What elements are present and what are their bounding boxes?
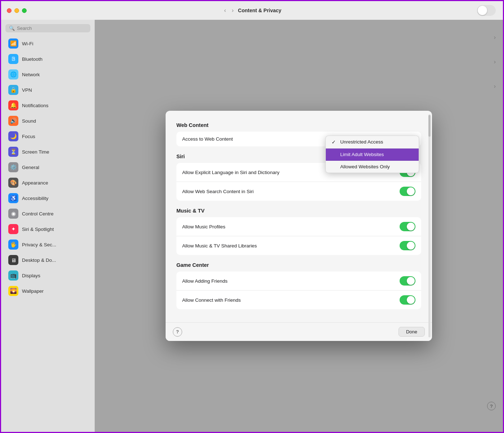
sidebar-item-label-screentime: Screen Time: [22, 149, 49, 155]
dropdown-item-unrestricted[interactable]: ✓ Unrestricted Access: [326, 136, 419, 149]
dropdown-item-limit-adult[interactable]: Limit Adult Websites: [326, 149, 419, 161]
scrollbar-track: [428, 114, 431, 337]
web-search-siri-row: Allow Web Search Content in Siri: [176, 182, 421, 201]
sidebar: 🔍 📶 Wi-Fi 𝔹 Bluetooth 🌐 Network 🔒 VPN 🔔: [1, 20, 95, 432]
search-bar[interactable]: 🔍: [5, 24, 90, 32]
music-tv-group: Allow Music Profiles Allow Music & TV Sh…: [176, 217, 421, 255]
notifications-icon: 🔔: [8, 100, 18, 110]
toggle-thumb: [478, 6, 487, 15]
bluetooth-icon: 𝔹: [8, 54, 18, 64]
modal-footer: ? Done: [166, 322, 432, 341]
sidebar-item-label-accessibility: Accessibility: [22, 196, 49, 201]
connect-friends-label: Allow Connect with Friends: [182, 297, 241, 303]
network-icon: 🌐: [8, 69, 18, 79]
dropdown-popup: ✓ Unrestricted Access Limit Adult Websit…: [325, 136, 419, 173]
accessibility-icon: ♿: [8, 193, 18, 203]
shared-libraries-toggle[interactable]: [400, 241, 415, 250]
sound-icon: 🔊: [8, 116, 18, 126]
game-center-group: Allow Adding Friends Allow Connect with …: [176, 272, 421, 309]
titlebar: ‹ › Content & Privacy: [1, 1, 503, 20]
search-input[interactable]: [17, 26, 87, 31]
sidebar-item-label-general: General: [22, 165, 39, 170]
sidebar-item-label-controlcenter: Control Centre: [22, 211, 54, 216]
search-icon: 🔍: [9, 26, 15, 31]
sidebar-item-label-privacy: Privacy & Sec...: [22, 242, 56, 247]
general-icon: ⚙️: [8, 162, 18, 172]
sidebar-item-label-desktop: Desktop & Do...: [22, 257, 56, 263]
sidebar-item-vpn[interactable]: 🔒 VPN: [3, 82, 93, 97]
sidebar-item-accessibility[interactable]: ♿ Accessibility: [3, 191, 93, 206]
sidebar-item-controlcenter[interactable]: ◉ Control Centre: [3, 206, 93, 221]
shared-libraries-row: Allow Music & TV Shared Libraries: [176, 236, 421, 255]
sidebar-item-wallpaper[interactable]: 🌄 Wallpaper: [3, 283, 93, 298]
addingfriends-toggle-thumb: [407, 277, 415, 285]
done-button[interactable]: Done: [399, 327, 425, 337]
adding-friends-toggle[interactable]: [400, 276, 415, 286]
sidebar-item-privacy[interactable]: 🖐 Privacy & Sec...: [3, 237, 93, 252]
dropdown-label-limit: Limit Adult Websites: [340, 152, 384, 157]
explicit-language-label: Allow Explicit Language in Siri and Dict…: [182, 170, 279, 175]
sidebar-item-sound[interactable]: 🔊 Sound: [3, 113, 93, 128]
modal-overlay[interactable]: Web Content Access to Web Content ✓: [95, 20, 503, 432]
connectfriends-toggle-thumb: [407, 296, 415, 304]
checkmark-unrestricted: ✓: [332, 139, 337, 145]
web-content-header: Web Content: [176, 122, 421, 128]
adding-friends-row: Allow Adding Friends: [176, 272, 421, 291]
desktop-icon: 🖥: [8, 255, 18, 265]
screentime-icon: ⏳: [8, 147, 18, 157]
modal-dialog: Web Content Access to Web Content ✓: [166, 111, 432, 341]
sidebar-item-desktop[interactable]: 🖥 Desktop & Do...: [3, 252, 93, 268]
sidebar-item-siri[interactable]: ✦ Siri & Spotlight: [3, 222, 93, 237]
sidebar-item-network[interactable]: 🌐 Network: [3, 67, 93, 82]
forward-button[interactable]: ›: [230, 6, 235, 14]
sidebar-item-label-focus: Focus: [22, 134, 35, 139]
web-content-group: Access to Web Content ✓ Unrestricted Acc…: [176, 132, 421, 146]
sidebar-item-bluetooth[interactable]: 𝔹 Bluetooth: [3, 51, 93, 67]
sidebar-item-screentime[interactable]: ⏳ Screen Time: [3, 144, 93, 159]
back-button[interactable]: ‹: [222, 6, 227, 14]
content-privacy-toggle[interactable]: [477, 5, 496, 16]
close-button[interactable]: [7, 8, 12, 13]
detail-panel: › › › ? Web Content Access to Web Conten…: [95, 20, 503, 432]
titlebar-center: ‹ › Content & Privacy: [222, 6, 281, 14]
dropdown-item-allowed-only[interactable]: Allowed Websites Only: [326, 161, 419, 173]
wifi-icon: 📶: [8, 38, 18, 49]
sidebar-item-appearance[interactable]: 🎨 Appearance: [3, 175, 93, 190]
scrollbar-thumb[interactable]: [428, 115, 431, 137]
web-search-siri-label: Allow Web Search Content in Siri: [182, 189, 254, 194]
music-profiles-row: Allow Music Profiles: [176, 217, 421, 236]
controlcenter-icon: ◉: [8, 209, 18, 219]
displays-icon: 📺: [8, 270, 18, 281]
minimize-button[interactable]: [14, 8, 19, 13]
web-search-siri-toggle[interactable]: [400, 187, 415, 196]
websearch-toggle-thumb: [407, 187, 415, 195]
sidebar-item-notifications[interactable]: 🔔 Notifications: [3, 98, 93, 113]
connect-friends-toggle[interactable]: [400, 295, 415, 305]
sidebar-item-focus[interactable]: 🌙 Focus: [3, 129, 93, 144]
sidebar-item-label-notifications: Notifications: [22, 103, 49, 108]
sidebar-item-label-wifi: Wi-Fi: [22, 41, 33, 46]
sidebar-item-label-bluetooth: Bluetooth: [22, 56, 42, 62]
focus-icon: 🌙: [8, 131, 18, 141]
music-profiles-toggle[interactable]: [400, 222, 415, 231]
sidebar-item-label-vpn: VPN: [22, 87, 32, 93]
sidebar-item-general[interactable]: ⚙️ General: [3, 160, 93, 175]
sidebar-item-displays[interactable]: 📺 Displays: [3, 268, 93, 283]
sharedlibs-toggle-thumb: [407, 242, 415, 250]
maximize-button[interactable]: [22, 8, 27, 13]
appearance-icon: 🎨: [8, 178, 18, 188]
sidebar-item-label-wallpaper: Wallpaper: [22, 288, 44, 294]
connect-friends-row: Allow Connect with Friends: [176, 291, 421, 309]
vpn-icon: 🔒: [8, 85, 18, 95]
sidebar-item-label-siri: Siri & Spotlight: [22, 227, 54, 232]
siri-icon: ✦: [8, 224, 18, 234]
sidebar-item-label-sound: Sound: [22, 118, 36, 124]
privacy-icon: 🖐: [8, 240, 18, 250]
game-center-header: Game Center: [176, 262, 421, 268]
dropdown-label-allowed: Allowed Websites Only: [340, 164, 390, 169]
sidebar-item-label-appearance: Appearance: [22, 180, 48, 186]
sidebar-item-wifi[interactable]: 📶 Wi-Fi: [3, 36, 93, 51]
shared-libraries-label: Allow Music & TV Shared Libraries: [182, 243, 257, 249]
musicprofiles-toggle-thumb: [407, 223, 415, 231]
help-button[interactable]: ?: [173, 327, 182, 337]
